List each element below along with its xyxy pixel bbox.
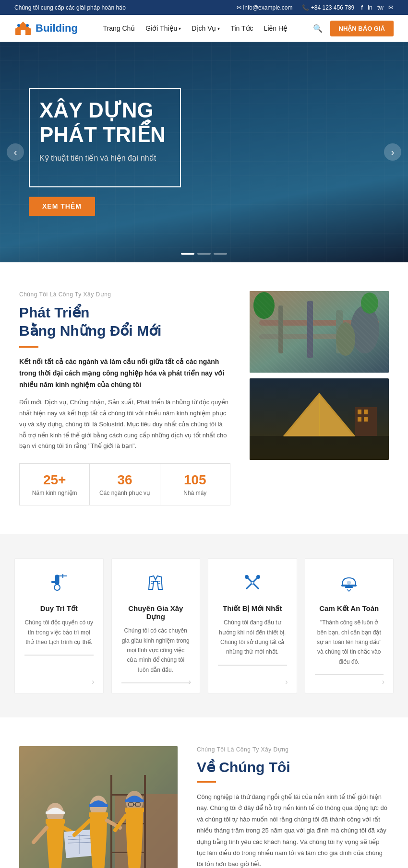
hero-cta-button[interactable]: XEM THÊM bbox=[29, 197, 95, 216]
about2-divider bbox=[197, 781, 216, 783]
svg-rect-69 bbox=[125, 808, 144, 812]
svg-rect-24 bbox=[358, 417, 361, 422]
about-body-text: Đổi mới, Dịch vụ, Chứng nhận, Sản xuất, … bbox=[19, 397, 230, 452]
service-icon-4 bbox=[315, 572, 384, 598]
about-right bbox=[250, 291, 389, 505]
stat-industries-label: Các ngành phục vụ bbox=[97, 490, 152, 496]
stat-experience: 25+ Năm kinh nghiệm bbox=[20, 464, 90, 505]
svg-rect-11 bbox=[336, 310, 343, 353]
service-text-4: "Thành công sẽ luôn ở bên bạn, chỉ cần b… bbox=[315, 618, 384, 667]
service-title-3: Thiết Bị Mới Nhất bbox=[218, 604, 287, 613]
search-icon[interactable]: 🔍 bbox=[313, 24, 323, 33]
service-line-3 bbox=[218, 665, 287, 666]
svg-rect-17 bbox=[250, 436, 389, 460]
pyramid-image bbox=[250, 378, 389, 460]
stat-factories-label: Nhà máy bbox=[168, 490, 222, 496]
service-card-1: Duy Trì Tốt Chúng tôi độc quyền có uy tí… bbox=[14, 558, 104, 693]
stat-industries-num: 36 bbox=[97, 472, 152, 488]
service-text-2: Chúng tôi có các chuyên gia giàu kinh ng… bbox=[121, 626, 191, 675]
stat-industries: 36 Các ngành phục vụ bbox=[90, 464, 160, 505]
hero-subtitle: Kỹ thuật tiên tiến và hiện đại nhất bbox=[39, 154, 166, 163]
service-icon-1 bbox=[24, 572, 94, 598]
about2-right: Chúng Tôi Là Công Ty Xây Dựng Về Chúng T… bbox=[197, 746, 389, 868]
svg-rect-55 bbox=[46, 811, 65, 814]
service-text-3: Chúng tôi đang đầu tư hướng khi nói đến … bbox=[218, 618, 287, 657]
service-card-2: Chuyên Gia Xây Dựng Chúng tôi có các chu… bbox=[111, 558, 201, 693]
chevron-down-icon: ▾ bbox=[179, 26, 181, 31]
about2-text: Công nghiệp là thứ đang ngồi ghế lái của… bbox=[197, 791, 389, 868]
svg-rect-41 bbox=[341, 585, 357, 586]
nav-contact[interactable]: Liên Hệ bbox=[264, 24, 288, 32]
svg-point-13 bbox=[336, 322, 355, 356]
service-arrow-2[interactable]: › bbox=[189, 678, 191, 686]
about2-section: Chúng Tôi Là Công Ty Xây Dựng Về Chúng T… bbox=[0, 717, 408, 868]
hero-dot-1[interactable] bbox=[181, 253, 194, 255]
svg-rect-64 bbox=[89, 812, 108, 817]
email-contact[interactable]: ✉ info@example.com bbox=[237, 4, 292, 11]
phone-contact[interactable]: 📞 +84 123 456 789 bbox=[302, 4, 354, 11]
about-bold-text: Kết nối tất cả các ngành và làm cầu nối … bbox=[19, 356, 230, 390]
service-icon-2 bbox=[121, 572, 191, 598]
quote-button[interactable]: NHẬN BÁO GIÁ bbox=[330, 21, 394, 36]
stats-bar: 25+ Năm kinh nghiệm 36 Các ngành phục vụ… bbox=[19, 463, 230, 505]
svg-point-12 bbox=[350, 305, 379, 353]
service-title-1: Duy Trì Tốt bbox=[24, 604, 94, 613]
service-arrow-1[interactable]: › bbox=[92, 678, 94, 686]
svg-rect-25 bbox=[364, 417, 368, 422]
service-arrow-4[interactable]: › bbox=[382, 678, 384, 686]
about-section: Chúng Tôi Là Công Ty Xây Dựng Phát Triển… bbox=[0, 262, 408, 534]
stat-experience-num: 25+ bbox=[27, 472, 82, 488]
svg-point-3 bbox=[17, 24, 20, 27]
svg-rect-29 bbox=[51, 581, 58, 583]
svg-rect-8 bbox=[259, 334, 346, 339]
svg-rect-7 bbox=[259, 320, 379, 326]
svg-point-40 bbox=[251, 581, 254, 584]
email-icon[interactable]: ✉ bbox=[388, 4, 394, 11]
svg-rect-2 bbox=[21, 30, 25, 35]
hero-prev-button[interactable]: ‹ bbox=[7, 143, 24, 161]
svg-rect-49 bbox=[144, 775, 146, 868]
facebook-icon[interactable]: f bbox=[361, 4, 363, 11]
svg-rect-6 bbox=[250, 291, 389, 373]
about2-section-label: Chúng Tôi Là Công Ty Xây Dựng bbox=[197, 746, 389, 753]
nav-home[interactable]: Trang Chủ bbox=[103, 24, 135, 32]
hero-dots bbox=[181, 253, 227, 255]
service-line-2 bbox=[121, 682, 191, 683]
nav-services[interactable]: Dịch Vụ ▾ bbox=[192, 24, 220, 32]
nav-news[interactable]: Tin Tức bbox=[230, 24, 253, 32]
instagram-icon[interactable]: in bbox=[368, 4, 372, 11]
services-section: Duy Trì Tốt Chúng tôi độc quyền có uy tí… bbox=[0, 534, 408, 717]
hero-content: XÂY DỰNG PHÁT TRIỂN Kỹ thuật tiên tiến v… bbox=[29, 88, 181, 216]
nav-about[interactable]: Giới Thiệu ▾ bbox=[145, 24, 181, 32]
logo[interactable]: Building bbox=[14, 20, 78, 37]
hero-dot-3[interactable] bbox=[214, 253, 227, 255]
stat-factories: 105 Nhà máy bbox=[160, 464, 230, 505]
svg-rect-54 bbox=[46, 819, 65, 824]
hero-section: XÂY DỰNG PHÁT TRIỂN Kỹ thuật tiên tiến v… bbox=[0, 42, 408, 262]
logo-text: Building bbox=[36, 22, 78, 35]
svg-point-39 bbox=[256, 575, 260, 579]
about-image-1 bbox=[250, 291, 389, 373]
svg-rect-23 bbox=[364, 410, 368, 414]
svg-point-15 bbox=[361, 293, 378, 314]
svg-point-28 bbox=[54, 585, 60, 590]
top-bar: Chúng tôi cung cấp các giải pháp hoàn hả… bbox=[0, 0, 408, 15]
about-left: Chúng Tôi Là Công Ty Xây Dựng Phát Triển… bbox=[19, 291, 230, 505]
header: Building Trang Chủ Giới Thiệu ▾ Dịch Vụ … bbox=[0, 15, 408, 42]
svg-rect-47 bbox=[115, 794, 178, 868]
services-grid: Duy Trì Tốt Chúng tôi độc quyền có uy tí… bbox=[14, 558, 394, 693]
about-title: Phát Triển Bằng Những Đổi Mới bbox=[19, 304, 230, 340]
hero-dot-2[interactable] bbox=[197, 253, 211, 255]
about-section-label: Chúng Tôi Là Công Ty Xây Dựng bbox=[19, 291, 230, 298]
twitter-icon[interactable]: tw bbox=[377, 4, 384, 11]
hero-next-button[interactable]: › bbox=[384, 143, 401, 161]
svg-point-38 bbox=[245, 575, 249, 579]
about2-image bbox=[19, 746, 178, 868]
chevron-down-icon: ▾ bbox=[217, 26, 220, 31]
svg-rect-9 bbox=[278, 305, 283, 353]
svg-rect-10 bbox=[307, 301, 313, 358]
workers-svg bbox=[19, 746, 178, 868]
service-arrow-3[interactable]: › bbox=[285, 678, 288, 686]
svg-point-43 bbox=[347, 581, 351, 585]
main-nav: Trang Chủ Giới Thiệu ▾ Dịch Vụ ▾ Tin Tức… bbox=[103, 24, 288, 32]
